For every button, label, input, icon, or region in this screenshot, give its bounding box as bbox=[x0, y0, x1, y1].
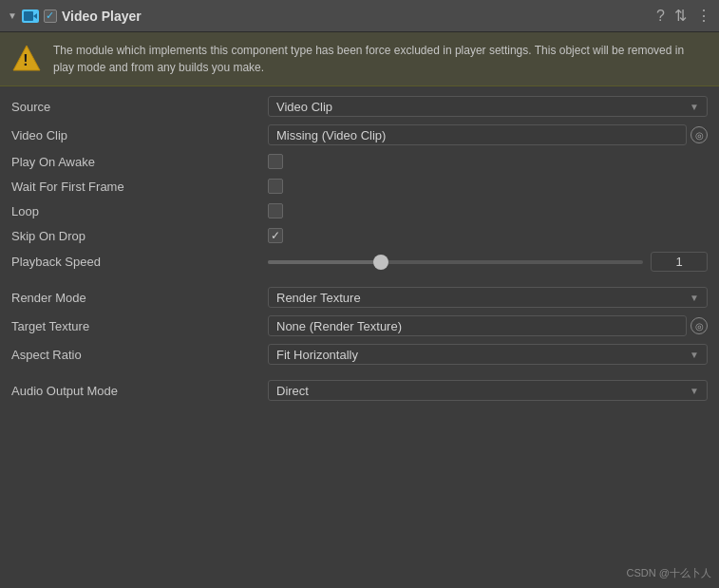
render-mode-dropdown-arrow: ▼ bbox=[690, 293, 699, 303]
render-mode-control: Render Texture ▼ bbox=[268, 287, 708, 308]
video-clip-control: Missing (Video Clip) ◎ bbox=[268, 124, 708, 145]
target-texture-field[interactable]: None (Render Texture) bbox=[268, 315, 687, 336]
render-mode-dropdown[interactable]: Render Texture ▼ bbox=[268, 287, 708, 308]
component-enabled-checkbox[interactable] bbox=[44, 9, 57, 23]
play-on-awake-control bbox=[268, 154, 708, 169]
video-player-icon bbox=[22, 9, 39, 23]
source-dropdown-arrow: ▼ bbox=[690, 102, 699, 112]
aspect-ratio-value: Fit Horizontally bbox=[276, 348, 358, 362]
video-clip-label: Video Clip bbox=[11, 128, 268, 142]
play-on-awake-checkbox[interactable] bbox=[268, 154, 283, 169]
target-texture-value: None (Render Texture) bbox=[276, 319, 402, 333]
audio-output-dropdown-arrow: ▼ bbox=[690, 386, 699, 396]
playback-speed-slider-row: 1 bbox=[268, 252, 708, 272]
audio-output-dropdown[interactable]: Direct ▼ bbox=[268, 380, 708, 401]
target-texture-control: None (Render Texture) ◎ bbox=[268, 315, 708, 336]
render-mode-row: Render Mode Render Texture ▼ bbox=[0, 283, 719, 312]
playback-speed-label: Playback Speed bbox=[11, 255, 268, 269]
warning-bar: ! The module which implements this compo… bbox=[0, 32, 719, 86]
more-icon[interactable]: ⋮ bbox=[696, 7, 711, 25]
audio-output-label: Audio Output Mode bbox=[11, 384, 268, 398]
svg-rect-0 bbox=[24, 11, 33, 21]
wait-first-frame-row: Wait For First Frame bbox=[0, 174, 719, 199]
loop-row: Loop bbox=[0, 199, 719, 223]
svg-text:!: ! bbox=[23, 52, 28, 68]
playback-speed-thumb[interactable] bbox=[373, 255, 388, 270]
header-actions: ? ⇅ ⋮ bbox=[656, 7, 711, 25]
playback-speed-control: 1 bbox=[268, 252, 708, 272]
adjust-icon[interactable]: ⇅ bbox=[674, 7, 687, 25]
component-title: Video Player bbox=[62, 9, 142, 24]
play-on-awake-label: Play On Awake bbox=[11, 155, 268, 169]
playback-speed-value[interactable]: 1 bbox=[651, 252, 708, 272]
watermark: CSDN @十么卜人 bbox=[627, 566, 711, 580]
divider-1 bbox=[0, 275, 719, 283]
aspect-ratio-dropdown-arrow: ▼ bbox=[690, 350, 699, 360]
video-clip-field[interactable]: Missing (Video Clip) bbox=[268, 124, 687, 145]
source-row: Source Video Clip ▼ bbox=[0, 92, 719, 121]
loop-control bbox=[268, 203, 708, 218]
aspect-ratio-row: Aspect Ratio Fit Horizontally ▼ bbox=[0, 340, 719, 369]
wait-first-frame-label: Wait For First Frame bbox=[11, 180, 268, 194]
render-mode-label: Render Mode bbox=[11, 291, 268, 305]
audio-output-row: Audio Output Mode Direct ▼ bbox=[0, 376, 719, 405]
wait-first-frame-checkbox[interactable] bbox=[268, 179, 283, 194]
aspect-ratio-control: Fit Horizontally ▼ bbox=[268, 344, 708, 365]
aspect-ratio-dropdown[interactable]: Fit Horizontally ▼ bbox=[268, 344, 708, 365]
source-value: Video Clip bbox=[276, 100, 332, 114]
playback-speed-row: Playback Speed 1 bbox=[0, 248, 719, 275]
skip-on-drop-row: Skip On Drop bbox=[0, 223, 719, 248]
source-dropdown[interactable]: Video Clip ▼ bbox=[268, 96, 708, 117]
header-left: ▼ Video Player bbox=[8, 9, 651, 24]
skip-on-drop-label: Skip On Drop bbox=[11, 229, 268, 243]
render-mode-value: Render Texture bbox=[276, 291, 361, 305]
component-content: Source Video Clip ▼ Video Clip Missing (… bbox=[0, 86, 719, 410]
svg-marker-1 bbox=[33, 13, 37, 19]
wait-first-frame-control bbox=[268, 179, 708, 194]
warning-message: The module which implements this compone… bbox=[53, 42, 708, 76]
playback-speed-fill bbox=[268, 260, 381, 264]
component-header: ▼ Video Player ? ⇅ ⋮ bbox=[0, 0, 719, 32]
target-texture-select-button[interactable]: ◎ bbox=[691, 317, 708, 334]
help-icon[interactable]: ? bbox=[656, 8, 665, 25]
warning-icon: ! bbox=[11, 44, 42, 74]
video-clip-select-button[interactable]: ◎ bbox=[691, 126, 708, 143]
play-on-awake-row: Play On Awake bbox=[0, 149, 719, 174]
skip-on-drop-checkbox[interactable] bbox=[268, 228, 283, 243]
source-label: Source bbox=[11, 100, 268, 114]
loop-checkbox[interactable] bbox=[268, 203, 283, 218]
target-texture-label: Target Texture bbox=[11, 319, 268, 333]
playback-speed-track[interactable] bbox=[268, 260, 643, 264]
source-control: Video Clip ▼ bbox=[268, 96, 708, 117]
audio-output-value: Direct bbox=[276, 384, 309, 398]
collapse-arrow-icon[interactable]: ▼ bbox=[8, 10, 17, 21]
aspect-ratio-label: Aspect Ratio bbox=[11, 348, 268, 362]
skip-on-drop-control bbox=[268, 228, 708, 243]
divider-2 bbox=[0, 369, 719, 376]
video-clip-value: Missing (Video Clip) bbox=[276, 128, 386, 142]
loop-label: Loop bbox=[11, 204, 268, 218]
target-texture-row: Target Texture None (Render Texture) ◎ bbox=[0, 312, 719, 340]
video-clip-row: Video Clip Missing (Video Clip) ◎ bbox=[0, 121, 719, 149]
audio-output-control: Direct ▼ bbox=[268, 380, 708, 401]
